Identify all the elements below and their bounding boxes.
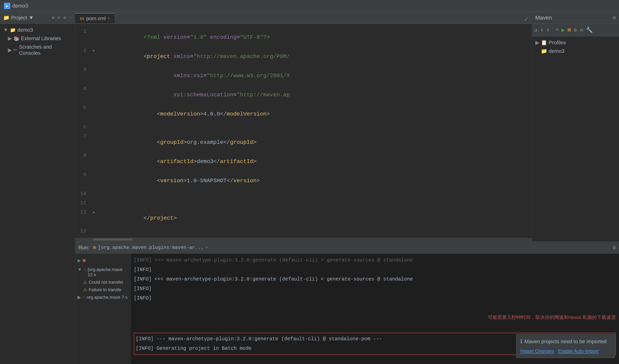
- maven-wrench-icon[interactable]: 🔧: [586, 27, 593, 33]
- maven-title: Maven: [535, 15, 552, 21]
- settings-icon[interactable]: ⚙: [64, 15, 66, 20]
- code-line-8: 8 <artifactId>demo3</artifactId>: [75, 152, 532, 171]
- tab-close-button[interactable]: ×: [108, 16, 110, 21]
- maven-download2-icon[interactable]: ⬇: [546, 27, 550, 33]
- scratch-icon: ✏: [14, 47, 17, 53]
- minimize-icon[interactable]: —: [69, 15, 72, 20]
- project-panel-header: 📁 Project ▼ ⊕ ⊖ ⚙ —: [0, 12, 75, 24]
- app-icon: ▶: [4, 3, 10, 9]
- console-line-2: [INFO]: [134, 265, 616, 275]
- run-stop-icon[interactable]: ■: [83, 258, 86, 264]
- spinner-icon-2: ○: [83, 295, 85, 300]
- run-play-icon[interactable]: ▶: [78, 257, 81, 264]
- tab-label: pom.xml: [86, 15, 106, 22]
- maven-notification: ℹ Maven projects need to be imported Imp…: [516, 334, 615, 358]
- profiles-icon: 📋: [541, 40, 547, 46]
- code-line-1: 1 <?xml version="1.0" encoding="UTF-8"?>: [75, 28, 532, 47]
- run-settings-icon[interactable]: ⚙: [613, 245, 616, 251]
- project-header-left: 📁 Project ▼: [3, 15, 34, 21]
- ext-icon: 📚: [14, 36, 19, 41]
- code-line-6: 6: [75, 124, 532, 133]
- notif-title-text: Maven projects need to be imported: [524, 338, 606, 345]
- project-title: Project: [11, 15, 27, 21]
- folder-icon: 📁: [10, 27, 16, 33]
- code-line-11: 11: [75, 199, 532, 209]
- run-sidebar-warn2[interactable]: ⚠ Failure to transfe: [75, 286, 130, 293]
- dropdown-icon[interactable]: ▼: [29, 15, 34, 21]
- console-line-5: [INFO]: [134, 294, 616, 303]
- code-editor[interactable]: 1 <?xml version="1.0" encoding="UTF-8"?>…: [75, 24, 532, 238]
- sync-icon[interactable]: ⊖: [57, 15, 60, 20]
- expand-icon: ▼: [3, 27, 8, 33]
- tab-bar: m pom.xml × ✓: [75, 12, 532, 24]
- code-line-13: 13: [75, 228, 532, 237]
- enable-auto-import-link[interactable]: Enable Auto-Import: [558, 348, 599, 355]
- app-title: demo3: [12, 3, 28, 9]
- run-tab-title-text: [org.apache.maven.plugins:maven-ar...: [98, 245, 203, 250]
- expand-icon: ▶: [78, 295, 81, 300]
- maven-m-icon[interactable]: m: [568, 27, 571, 33]
- run-label: Run:: [78, 245, 89, 251]
- tree-item-label: External Libraries: [21, 35, 61, 42]
- run-sidebar: ▶ ■ ▼ ○ [org.apache.mave 12 s ⚠ Could no…: [75, 254, 131, 364]
- editor-scrollbar[interactable]: [75, 238, 532, 241]
- maven-run-icon[interactable]: ▶: [562, 27, 565, 33]
- maven-add-icon[interactable]: +: [555, 27, 559, 33]
- maven-settings-icon[interactable]: ⚙: [613, 15, 616, 21]
- tree-item-demo3[interactable]: ▼ 📁 demo3: [0, 26, 75, 34]
- maven-panel: Maven ⚙ ↺ ⬇ ⬇ + ▶ m ⊕ ⊖ 🔧 ▶: [532, 12, 619, 241]
- run-sidebar-process[interactable]: ▼ ○ [org.apache.mave 12 s: [75, 266, 130, 278]
- maven-tree: ▶ 📋 Profiles ▶ 📁 demo3: [532, 36, 619, 241]
- maven-tree-profiles[interactable]: ▶ 📋 Profiles: [532, 38, 619, 47]
- maven-tree-label: demo3: [549, 48, 564, 54]
- maven-toolbar: ↺ ⬇ ⬇ + ▶ m ⊕ ⊖ 🔧: [532, 24, 619, 36]
- warn-label-2: Failure to transfe: [89, 287, 121, 292]
- tree-item-label: Scratches and Consoles: [19, 44, 72, 56]
- maven-tree-label: Profiles: [549, 40, 566, 46]
- run-sidebar-sub-process[interactable]: ▶ ○ org.apache.mave 7 s: [75, 294, 130, 301]
- expand-icon: ▶: [8, 47, 12, 53]
- scrollbar-thumb[interactable]: [93, 238, 133, 240]
- tree-item-external-libs[interactable]: ▶ 📚 External Libraries: [5, 34, 75, 43]
- notif-title: ℹ Maven projects need to be imported: [520, 337, 611, 346]
- run-console: [INFO] >>> maven-archetype-plugin:3.2.0:…: [131, 254, 619, 364]
- checkmark-icon: ✓: [524, 15, 528, 23]
- code-line-9: 9 <version>1.0-SNAPSHOT</version>: [75, 171, 532, 190]
- code-line-10: 10: [75, 190, 532, 199]
- sub-process-label: org.apache.mave 7 s: [87, 295, 127, 300]
- console-chinese-note: 可能需要几秒钟时间，取决你的网速和nexus 私服的下载速度: [134, 303, 616, 332]
- project-tree: ▼ 📁 demo3 ▶ 📚 External Libraries ▶ ✏ Scr…: [0, 24, 75, 364]
- maven-project-icon: 📁: [541, 48, 547, 54]
- maven-tree-demo3[interactable]: ▶ 📁 demo3: [532, 47, 619, 56]
- run-body: ▶ ■ ▼ ○ [org.apache.mave 12 s ⚠ Could no…: [75, 254, 619, 364]
- warn-label-1: Could not transfer: [89, 280, 123, 285]
- run-panel: Run: m [org.apache.maven.plugins:maven-a…: [75, 241, 619, 364]
- console-line-3: [INFO] <<< maven-archetype-plugin:3.2.0:…: [134, 275, 616, 284]
- code-line-12: 12 ▸ </project>: [75, 209, 532, 228]
- maven-collapse-icon[interactable]: ⊖: [580, 27, 583, 33]
- import-changes-link[interactable]: Import Changes: [520, 348, 554, 355]
- run-tab[interactable]: m [org.apache.maven.plugins:maven-ar... …: [93, 245, 208, 250]
- tree-item-scratches[interactable]: ▶ ✏ Scratches and Consoles: [5, 43, 75, 57]
- console-line-4: [INFO]: [134, 284, 616, 294]
- warn-icon-2: ⚠: [83, 287, 87, 292]
- spinner-icon: ○: [84, 267, 86, 272]
- info-icon: ℹ: [520, 337, 522, 346]
- title-bar: ▶ demo3: [0, 0, 619, 12]
- tree-item-label: demo3: [17, 27, 33, 33]
- run-tab-icon: m: [93, 245, 96, 250]
- run-sidebar-warn1[interactable]: ⚠ Could not transfer: [75, 279, 130, 286]
- globe-icon[interactable]: ⊕: [52, 15, 55, 20]
- project-panel: 📁 Project ▼ ⊕ ⊖ ⚙ — ▼ 📁 demo3 ▶ 📚 Extern…: [0, 12, 75, 364]
- expand-icon: ▶: [8, 35, 12, 42]
- code-line-3: 3 xmlns:xsi="http://www.w3.org/2001/X: [75, 66, 532, 85]
- chinese-note-text: 可能需要几秒钟时间，取决你的网速和nexus 私服的下载速度: [488, 315, 616, 320]
- tab-pom-xml[interactable]: m pom.xml ×: [75, 13, 115, 23]
- main-layout: 📁 Project ▼ ⊕ ⊖ ⚙ — ▼ 📁 demo3 ▶ 📚 Extern…: [0, 12, 619, 364]
- right-area: m pom.xml × ✓ 1 <?xml version: [75, 12, 619, 364]
- maven-refresh-icon[interactable]: ↺: [534, 27, 537, 33]
- run-tab-close-button[interactable]: ×: [205, 245, 208, 250]
- project-header-icons: ⊕ ⊖ ⚙ —: [52, 15, 72, 20]
- maven-download-icon[interactable]: ⬇: [540, 27, 544, 33]
- maven-expand-icon[interactable]: ⊕: [574, 27, 577, 33]
